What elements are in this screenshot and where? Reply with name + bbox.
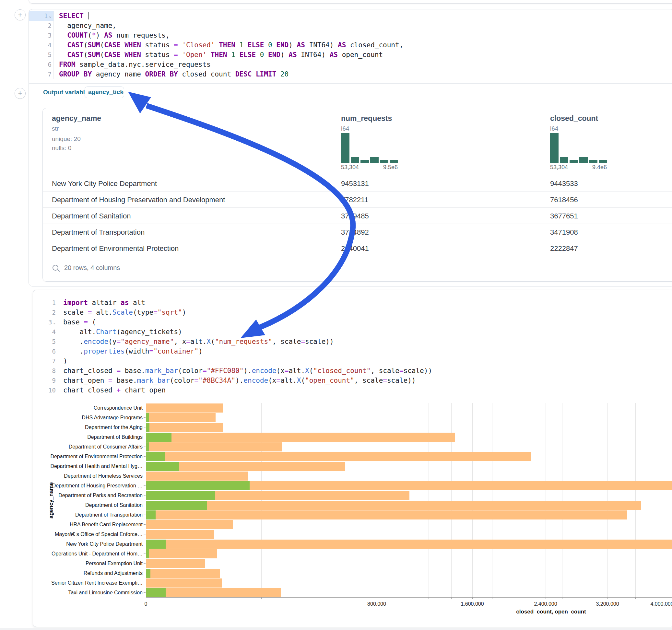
code-token: = bbox=[186, 338, 190, 345]
code-token bbox=[178, 51, 182, 59]
code-token: FROM bbox=[59, 60, 75, 68]
code-token: , scale bbox=[354, 377, 383, 384]
code-token: = bbox=[301, 338, 305, 345]
table-row[interactable]: Department of Sanitation37494853677651 bbox=[43, 208, 672, 224]
code-token: CASE bbox=[104, 51, 121, 59]
code-token: ELSE bbox=[239, 51, 256, 59]
table-row[interactable]: New York City Police Department945313194… bbox=[43, 175, 672, 192]
histogram-bar bbox=[570, 160, 578, 163]
code-line: 10chart_closed + chart_open bbox=[33, 385, 672, 395]
line-number-gutter: 9 bbox=[33, 375, 58, 385]
code-token: = bbox=[116, 338, 121, 345]
code-token: DESC bbox=[235, 70, 252, 78]
code-token: CAST bbox=[67, 41, 83, 49]
text-cursor bbox=[88, 12, 89, 20]
add-cell-button-top[interactable]: + bbox=[15, 9, 26, 20]
line-number: 7 bbox=[52, 356, 56, 366]
code-token: mark_bar bbox=[145, 367, 178, 374]
code-token: base. bbox=[113, 377, 137, 384]
line-number-gutter: 4 bbox=[33, 327, 58, 337]
code-token bbox=[251, 70, 256, 78]
code-token: ( bbox=[83, 41, 88, 49]
code-line: 5 .encode(y="agency_name", x=alt.X("num_… bbox=[33, 337, 672, 346]
code-token: , scale bbox=[272, 338, 301, 345]
code-text: chart_closed + chart_open bbox=[58, 385, 166, 395]
histogram-bar bbox=[599, 160, 607, 163]
code-token bbox=[227, 51, 232, 59]
line-number: 8 bbox=[52, 366, 56, 375]
code-token: AS bbox=[104, 31, 112, 39]
code-token: sample_data.nyc.service_requests bbox=[75, 60, 211, 68]
code-token: = bbox=[108, 377, 113, 384]
line-number: 7 bbox=[48, 69, 51, 79]
table-row[interactable]: Department of Transportation377489234719… bbox=[43, 224, 672, 240]
table-cell: 3749485 bbox=[341, 212, 369, 220]
code-text: FROM sample_data.nyc.service_requests bbox=[54, 59, 211, 69]
code-token: THEN bbox=[211, 51, 227, 59]
code-token: 'Open' bbox=[182, 51, 207, 59]
table-row[interactable]: Department of Environmental Protection22… bbox=[43, 240, 672, 256]
code-token: . bbox=[63, 347, 83, 355]
next-cell-edge bbox=[0, 628, 672, 630]
code-token: import bbox=[63, 299, 88, 307]
fold-chevron-icon[interactable]: ⌄ bbox=[49, 14, 51, 18]
code-token: alt. bbox=[289, 367, 305, 374]
code-token: SELECT bbox=[59, 12, 83, 20]
result-table: agency_namestrunique: 20nulls: 0num_requ… bbox=[43, 108, 672, 282]
code-token: 1 bbox=[239, 41, 243, 49]
line-number: 1 bbox=[52, 298, 56, 308]
code-token bbox=[178, 41, 182, 49]
code-token bbox=[264, 51, 268, 59]
search-icon[interactable] bbox=[52, 265, 58, 271]
histogram-bar bbox=[560, 157, 568, 163]
code-token: agency_name, bbox=[59, 22, 116, 29]
code-token: "agency_name" bbox=[121, 338, 174, 345]
line-number-gutter: 10 bbox=[33, 385, 58, 395]
add-cell-button-output[interactable]: + bbox=[15, 88, 26, 99]
output-variable-pill[interactable]: agency_tickets bbox=[85, 87, 124, 98]
sql-code-editor[interactable]: 1⌄SELECT 2 agency_name,3 COUNT(*) AS num… bbox=[29, 9, 672, 79]
table-row[interactable]: Department of Housing Preservation and D… bbox=[43, 191, 672, 208]
code-token: alt. bbox=[63, 328, 96, 336]
code-token: AS bbox=[289, 51, 296, 59]
column-histogram bbox=[550, 133, 607, 163]
line-number-gutter: 5 bbox=[29, 50, 54, 59]
code-token: CASE bbox=[104, 41, 121, 49]
code-token: status bbox=[141, 51, 174, 59]
code-token: , x bbox=[174, 338, 186, 345]
code-token: (agency_tickets) bbox=[116, 328, 182, 336]
code-token: status bbox=[141, 41, 174, 49]
code-token: + bbox=[116, 386, 121, 394]
table-cell: Department of Environmental Protection bbox=[52, 244, 178, 253]
code-line: 4 alt.Chart(agency_tickets) bbox=[33, 327, 672, 337]
table-cell: Department of Transportation bbox=[52, 228, 145, 237]
code-token: ) bbox=[289, 41, 296, 49]
code-text: CAST(SUM(CASE WHEN status = 'Open' THEN … bbox=[54, 50, 383, 59]
code-token bbox=[215, 41, 219, 49]
table-cell: 2222847 bbox=[550, 244, 578, 253]
code-token: 20 bbox=[281, 70, 289, 78]
code-token: INT64) bbox=[297, 51, 330, 59]
python-code-editor[interactable]: 1import altair as alt2scale = alt.Scale(… bbox=[33, 290, 672, 395]
code-token: 0 bbox=[260, 51, 264, 59]
code-token: chart_open bbox=[63, 377, 108, 384]
code-token bbox=[207, 51, 211, 59]
histogram-bar bbox=[370, 157, 379, 163]
code-line: 6FROM sample_data.nyc.service_requests bbox=[29, 59, 672, 69]
line-number-gutter: 3⌄ bbox=[33, 317, 58, 327]
line-number-gutter: 6 bbox=[33, 346, 58, 356]
code-token: open_count bbox=[338, 51, 383, 59]
code-text: ) bbox=[58, 356, 67, 366]
line-number-gutter: 5 bbox=[33, 337, 58, 346]
histogram-bar bbox=[380, 160, 388, 163]
code-token: chart_open bbox=[121, 386, 166, 394]
fold-chevron-icon[interactable]: ⌄ bbox=[53, 320, 56, 324]
code-token: Scale bbox=[113, 309, 133, 316]
line-number: 3 bbox=[48, 317, 52, 327]
code-token: (y bbox=[108, 338, 116, 345]
code-token: = bbox=[83, 318, 88, 326]
sql-cell: 1⌄SELECT 2 agency_name,3 COUNT(*) AS num… bbox=[28, 9, 672, 287]
code-line: 3⌄base = ( bbox=[33, 317, 672, 327]
code-token: THEN bbox=[219, 41, 235, 49]
code-token: ). bbox=[243, 367, 251, 374]
